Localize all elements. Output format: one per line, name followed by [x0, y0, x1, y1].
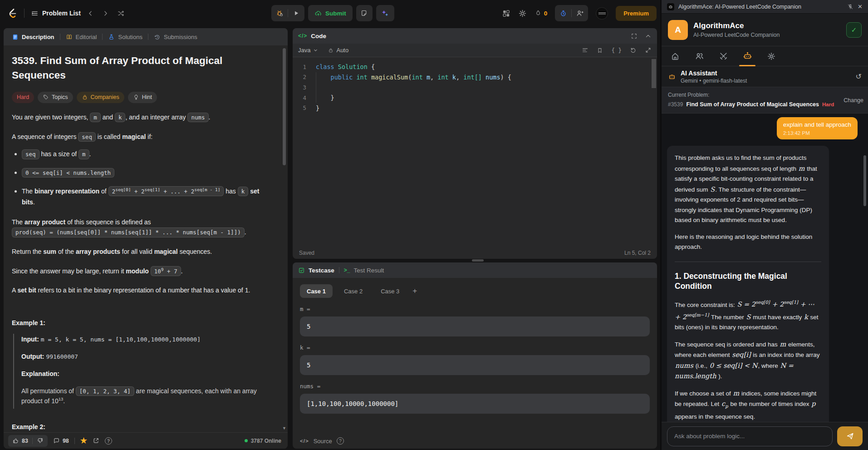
bookmark-icon[interactable] — [597, 47, 603, 54]
description-tabbar: Description Editorial Solutions — [4, 28, 288, 45]
topics-badge[interactable]: Topics — [38, 92, 73, 103]
scroll-down-arrow[interactable]: ▼ — [282, 426, 286, 430]
testcase-help-icon[interactable]: ? — [337, 437, 344, 445]
expand-icon[interactable] — [645, 47, 652, 54]
example-line: Input: m = 5, k = 5, nums = [1,10,100,10… — [21, 335, 274, 344]
description-footer: 83 98 ★ — [4, 432, 288, 449]
debug-button[interactable] — [271, 5, 288, 21]
case-tabs: Case 1 Case 2 Case 3 + — [300, 284, 650, 298]
tab-home[interactable] — [669, 46, 682, 66]
collapse-chevron-icon[interactable] — [645, 33, 652, 40]
current-problem-title: Find Sum of Array Product of Magical Seq… — [686, 101, 819, 108]
tab-solutions[interactable]: Solutions — [104, 34, 146, 40]
extension-panel: AlgorithmAce: AI-Powered LeetCode Compan… — [662, 0, 868, 450]
case-2-tab[interactable]: Case 2 — [337, 284, 369, 298]
paper-plane-icon — [846, 432, 854, 440]
leetcode-page: Problem List — [0, 0, 660, 450]
document-icon — [12, 34, 19, 40]
fullscreen-icon[interactable] — [631, 33, 638, 40]
user-message-text: explain and tell approach — [783, 121, 851, 128]
chevron-left-icon[interactable] — [87, 10, 94, 17]
premium-button[interactable]: Premium — [616, 6, 657, 21]
field-k-input[interactable] — [300, 355, 650, 375]
ai-sparkles-button[interactable] — [376, 5, 394, 21]
run-button[interactable] — [288, 5, 304, 21]
chat-input[interactable] — [667, 426, 833, 446]
problem-description: 3539. Find Sum of Array Product of Magic… — [4, 45, 288, 432]
tab-battle[interactable] — [717, 46, 730, 66]
field-m-input[interactable] — [300, 316, 650, 336]
undo-icon[interactable] — [630, 47, 637, 54]
code-editor[interactable]: 1class Solution {2 public int magicalSum… — [293, 57, 657, 247]
description-scrollbar[interactable] — [283, 48, 286, 165]
language-select[interactable]: Java — [298, 47, 318, 54]
tab-settings[interactable] — [765, 46, 778, 66]
chat-scrollbar[interactable] — [863, 155, 866, 206]
avatar[interactable] — [596, 7, 608, 20]
add-case-button[interactable]: + — [411, 287, 419, 296]
case-1-tab[interactable]: Case 1 — [300, 284, 333, 298]
share-button[interactable] — [93, 437, 99, 444]
editor-scrollbar[interactable] — [652, 59, 656, 88]
problem-list-button[interactable]: Problem List — [31, 10, 81, 17]
notes-button[interactable] — [356, 5, 373, 21]
paragraph: Return the sum of the array products for… — [12, 247, 274, 257]
code-line: 5} — [293, 103, 657, 113]
dislike-button[interactable] — [33, 435, 48, 447]
refresh-icon[interactable]: ↺ — [856, 72, 862, 81]
favorite-button[interactable]: ★ — [80, 436, 87, 445]
paragraph: The array product of this sequence is de… — [12, 217, 274, 237]
close-icon[interactable]: ✕ — [858, 3, 863, 10]
tab-description[interactable]: Description — [8, 34, 58, 40]
help-button[interactable]: ? — [105, 437, 112, 445]
thumbs-up-icon — [12, 437, 19, 444]
leetcode-logo[interactable] — [6, 8, 18, 19]
star-icon: ★ — [80, 436, 87, 445]
assistant-model: Gemini • gemini-flash-latest — [681, 78, 747, 84]
source-label[interactable]: Source — [314, 438, 332, 445]
tab-community[interactable] — [693, 46, 706, 66]
cloud-upload-icon — [314, 10, 322, 17]
send-button[interactable] — [837, 426, 863, 446]
gear-icon[interactable] — [518, 9, 527, 18]
tab-testcase[interactable]: Testcase — [298, 267, 334, 274]
code-tag-icon: </> — [298, 33, 307, 39]
comments-button[interactable]: 98 — [53, 437, 69, 444]
difficulty-badge[interactable]: Hard — [12, 92, 34, 103]
case-3-tab[interactable]: Case 3 — [374, 284, 406, 298]
change-problem-link[interactable]: Change — [843, 97, 863, 104]
connected-check-button[interactable]: ✓ — [846, 22, 862, 38]
like-button[interactable]: 83 — [8, 435, 32, 447]
tab-submissions[interactable]: Submissions — [150, 34, 201, 40]
extension-tabbar — [662, 46, 868, 66]
tab-editorial[interactable]: Editorial — [62, 34, 101, 40]
example-heading: Example 2: — [12, 423, 274, 430]
chat-area[interactable]: explain and tell approach 2:13:42 PM Thi… — [662, 114, 868, 422]
tab-test-result[interactable]: >_ Test Result — [344, 267, 384, 274]
braces-icon[interactable]: { } — [611, 47, 622, 54]
small-lock-icon — [328, 48, 333, 53]
shuffle-icon[interactable] — [117, 10, 125, 17]
field-nums-input[interactable] — [300, 394, 650, 414]
panel-resize-handle[interactable] — [472, 259, 484, 262]
user-message-bubble: explain and tell approach 2:13:42 PM — [777, 117, 858, 139]
tab-ai-assistant[interactable] — [741, 46, 754, 66]
chevron-right-icon[interactable] — [102, 10, 109, 17]
streak-counter[interactable]: 0 — [535, 10, 548, 17]
timer-group — [555, 5, 588, 21]
external-link-icon — [93, 437, 99, 444]
auto-toggle[interactable]: Auto — [328, 47, 348, 54]
assistant-title: AI Assistant — [681, 69, 747, 77]
hint-badge[interactable]: Hint — [128, 92, 157, 103]
assistant-message-bubble: This problem asks us to find the sum of … — [667, 146, 829, 422]
cursor-position: Ln 5, Col 2 — [624, 250, 651, 256]
companies-badge[interactable]: Companies — [77, 92, 124, 103]
unpin-icon[interactable] — [847, 4, 853, 10]
timer-button[interactable] — [555, 5, 571, 21]
format-icon[interactable] — [582, 47, 588, 54]
add-user-button[interactable] — [572, 5, 588, 21]
submit-button[interactable]: Submit — [308, 5, 353, 21]
crossed-swords-icon — [719, 51, 728, 61]
question-icon: ? — [105, 437, 112, 445]
layout-grid-icon[interactable] — [502, 9, 510, 18]
